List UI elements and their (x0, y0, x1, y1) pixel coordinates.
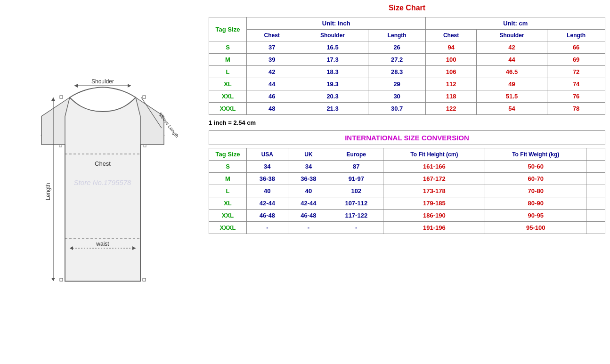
chest-cm-val: 94 (426, 41, 476, 54)
svg-marker-4 (128, 84, 131, 88)
intl-empty-val (586, 222, 605, 234)
intl-col-extra (586, 148, 605, 161)
length-cm-val: 72 (547, 66, 605, 78)
col-shoulder-inch: Shoulder (297, 30, 368, 41)
svg-rect-12 (60, 96, 63, 98)
svg-text:Shoulder: Shoulder (91, 78, 114, 85)
intl-europe-val: 91-97 (329, 173, 383, 185)
size-chart-row: XXL 46 20.3 30 118 51.5 76 (209, 90, 605, 103)
length-cm-val: 74 (547, 78, 605, 90)
intl-usa-val: 40 (247, 185, 288, 197)
intl-height-val: 161-166 (383, 161, 485, 173)
intl-uk-val: 46-48 (288, 210, 329, 222)
svg-rect-14 (143, 96, 146, 98)
length-inch-val: 30.7 (368, 103, 426, 115)
tag-size-val: XXXL (209, 103, 247, 115)
intl-col-height: To Fit Height (cm) (383, 148, 485, 161)
shoulder-cm-val: 54 (476, 103, 547, 115)
intl-row: XL 42-44 42-44 107-112 179-185 80-90 (209, 197, 605, 210)
length-cm-val: 66 (547, 41, 605, 54)
svg-rect-15 (143, 278, 146, 281)
intl-tag-val: L (209, 185, 247, 197)
intl-col-weight: To Fit Weight (kg) (485, 148, 586, 161)
intl-row: XXXL - - - 191-196 95-100 (209, 222, 605, 234)
unit-inch-header: Unit: inch (247, 17, 426, 30)
tag-size-val: XXL (209, 90, 247, 103)
intl-height-val: 179-185 (383, 197, 485, 210)
length-inch-val: 27.2 (368, 54, 426, 66)
length-cm-val: 69 (547, 54, 605, 66)
chest-inch-val: 37 (247, 41, 297, 54)
right-panel: Size Chart Tag Size Unit: inch Unit: cm … (205, 0, 610, 364)
left-panel: Shoulder Sleeve Length Length Chest (0, 0, 205, 364)
intl-uk-val: 36-38 (288, 173, 329, 185)
svg-marker-10 (51, 278, 55, 281)
svg-text:waist: waist (96, 241, 109, 247)
chest-inch-val: 46 (247, 90, 297, 103)
intl-row: S 34 34 87 161-166 50-60 (209, 161, 605, 173)
svg-text:Chest: Chest (95, 160, 111, 167)
shoulder-cm-val: 49 (476, 78, 547, 90)
intl-title: INTERNATIONAL SIZE CONVERSION (209, 131, 605, 145)
intl-empty-val (586, 197, 605, 210)
intl-europe-val: 102 (329, 185, 383, 197)
svg-text:Length: Length (45, 183, 51, 200)
size-chart-title: Size Chart (209, 4, 605, 12)
length-cm-val: 78 (547, 103, 605, 115)
page-container: Shoulder Sleeve Length Length Chest (0, 0, 610, 364)
chest-cm-val: 118 (426, 90, 476, 103)
intl-col-uk: UK (288, 148, 329, 161)
intl-uk-val: 42-44 (288, 197, 329, 210)
intl-uk-val: - (288, 222, 329, 234)
shoulder-cm-val: 51.5 (476, 90, 547, 103)
size-chart-row: S 37 16.5 26 94 42 66 (209, 41, 605, 54)
intl-tag-size-header: Tag Size (209, 148, 247, 161)
intl-tag-val: M (209, 173, 247, 185)
shoulder-inch-val: 19.3 (297, 78, 368, 90)
chest-cm-val: 122 (426, 103, 476, 115)
intl-weight-val: 90-95 (485, 210, 586, 222)
intl-europe-val: 87 (329, 161, 383, 173)
svg-marker-3 (74, 84, 78, 88)
intl-weight-val: 50-60 (485, 161, 586, 173)
length-inch-val: 28.3 (368, 66, 426, 78)
intl-tag-val: XXXL (209, 222, 247, 234)
intl-uk-val: 40 (288, 185, 329, 197)
length-cm-val: 76 (547, 90, 605, 103)
intl-height-val: 167-172 (383, 173, 485, 185)
unit-cm-header: Unit: cm (426, 17, 605, 30)
length-inch-val: 26 (368, 41, 426, 54)
intl-tag-val: XXL (209, 210, 247, 222)
intl-usa-val: 36-38 (247, 173, 288, 185)
intl-row: L 40 40 102 173-178 70-80 (209, 185, 605, 197)
chest-inch-val: 48 (247, 103, 297, 115)
intl-height-val: 186-190 (383, 210, 485, 222)
intl-row: M 36-38 36-38 91-97 167-172 60-70 (209, 173, 605, 185)
intl-empty-val (586, 185, 605, 197)
svg-marker-9 (51, 97, 55, 101)
intl-empty-val (586, 161, 605, 173)
intl-uk-val: 34 (288, 161, 329, 173)
shoulder-inch-val: 17.3 (297, 54, 368, 66)
tshirt-svg: Shoulder Sleeve Length Length Chest (27, 46, 178, 319)
shoulder-inch-val: 21.3 (297, 103, 368, 115)
svg-rect-13 (60, 278, 63, 281)
size-chart-row: XXXL 48 21.3 30.7 122 54 78 (209, 103, 605, 115)
intl-height-val: 191-196 (383, 222, 485, 234)
size-chart-row: M 39 17.3 27.2 100 44 69 (209, 54, 605, 66)
intl-tag-val: S (209, 161, 247, 173)
size-chart-row: L 42 18.3 28.3 106 46.5 72 (209, 66, 605, 78)
tag-size-val: XL (209, 78, 247, 90)
intl-usa-val: 42-44 (247, 197, 288, 210)
intl-weight-val: 70-80 (485, 185, 586, 197)
col-length-inch: Length (368, 30, 426, 41)
intl-europe-val: 117-122 (329, 210, 383, 222)
intl-weight-val: 60-70 (485, 173, 586, 185)
shoulder-cm-val: 44 (476, 54, 547, 66)
shoulder-inch-val: 16.5 (297, 41, 368, 54)
col-length-cm: Length (547, 30, 605, 41)
intl-row: XXL 46-48 46-48 117-122 186-190 90-95 (209, 210, 605, 222)
tshirt-diagram: Shoulder Sleeve Length Length Chest (27, 46, 178, 319)
size-chart-table: Tag Size Unit: inch Unit: cm Chest Shoul… (209, 17, 605, 115)
tag-size-val: M (209, 54, 247, 66)
